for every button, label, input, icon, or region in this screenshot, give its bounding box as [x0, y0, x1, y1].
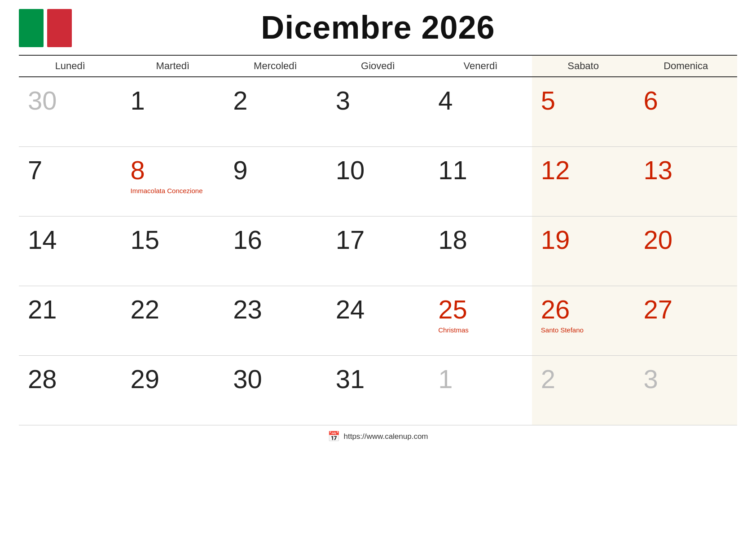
calendar-week-4: 2122232425Christmas26Santo Stefano27: [19, 286, 737, 355]
day-number: 23: [233, 295, 262, 324]
calendar-day: 16: [224, 216, 327, 286]
calendar-day: 8Immacolata Concezione: [122, 146, 224, 216]
calenup-icon: 📅: [328, 431, 340, 442]
weekday-header-sabato: Sabato: [532, 55, 635, 77]
day-number: 2: [233, 86, 247, 115]
calendar-day: 13: [634, 146, 737, 216]
day-number: 6: [643, 86, 658, 115]
weekday-header-domenica: Domenica: [634, 55, 737, 77]
calendar-day: 3: [327, 77, 430, 146]
calendar-footer: 📅 https://www.calenup.com: [19, 431, 737, 442]
day-number: 27: [643, 295, 672, 324]
day-number: 3: [336, 86, 350, 115]
day-number: 13: [643, 155, 672, 185]
calendar-wrapper: Dicembre 2026 LunedìMartedìMercoledìGiov…: [19, 9, 737, 442]
weekday-header-giovedì: Giovedì: [327, 55, 430, 77]
day-number: 8: [131, 155, 145, 185]
calendar-day: 5: [532, 77, 635, 146]
calendar-day: 26Santo Stefano: [532, 286, 635, 355]
calendar-day: 3: [634, 355, 737, 425]
calendar-day: 31: [327, 355, 430, 425]
day-number: 7: [28, 155, 42, 185]
calendar-day: 30: [19, 77, 122, 146]
calendar-day: 14: [19, 216, 122, 286]
calendar-day: 11: [429, 146, 532, 216]
day-number: 14: [28, 225, 57, 254]
weekday-header-mercoledì: Mercoledì: [224, 55, 327, 77]
day-number: 26: [541, 295, 570, 324]
calendar-day: 2: [224, 77, 327, 146]
flag-green-stripe: [19, 9, 44, 47]
day-number: 24: [336, 295, 365, 324]
day-number: 31: [336, 364, 365, 394]
holiday-label: Santo Stefano: [541, 326, 629, 334]
day-number: 21: [28, 295, 57, 324]
calendar-day: 27: [634, 286, 737, 355]
day-number: 10: [336, 155, 365, 185]
day-number: 3: [643, 364, 658, 394]
calendar-title: Dicembre 2026: [261, 9, 495, 46]
calendar-day: 23: [224, 286, 327, 355]
day-number: 1: [438, 364, 453, 394]
weekday-header-lunedì: Lunedì: [19, 55, 122, 77]
day-number: 19: [541, 225, 570, 254]
day-number: 22: [131, 295, 160, 324]
weekday-header-venerdì: Venerdì: [429, 55, 532, 77]
day-number: 2: [541, 364, 555, 394]
calendar-header: Dicembre 2026: [19, 9, 737, 50]
day-number: 30: [233, 364, 262, 394]
weekday-header-martedì: Martedì: [122, 55, 224, 77]
day-number: 16: [233, 225, 262, 254]
calendar-day: 7: [19, 146, 122, 216]
calendar-week-2: 78Immacolata Concezione910111213: [19, 146, 737, 216]
day-number: 11: [438, 155, 467, 185]
holiday-label: Immacolata Concezione: [131, 187, 219, 195]
calendar-day: 28: [19, 355, 122, 425]
calendar-day: 10: [327, 146, 430, 216]
day-number: 18: [438, 225, 467, 254]
calendar-day: 9: [224, 146, 327, 216]
calendar-day: 18: [429, 216, 532, 286]
calendar-day: 19: [532, 216, 635, 286]
day-number: 12: [541, 155, 570, 185]
day-number: 20: [643, 225, 672, 254]
calendar-day: 6: [634, 77, 737, 146]
calendar-day: 1: [429, 355, 532, 425]
calendar-day: 20: [634, 216, 737, 286]
calendar-day: 29: [122, 355, 224, 425]
calendar-day: 12: [532, 146, 635, 216]
footer-url: https://www.calenup.com: [343, 432, 428, 441]
day-number: 17: [336, 225, 365, 254]
calendar-week-5: 28293031123: [19, 355, 737, 425]
weekday-header-row: LunedìMartedìMercoledìGiovedìVenerdìSaba…: [19, 55, 737, 77]
calendar-day: 4: [429, 77, 532, 146]
calendar-table: LunedìMartedìMercoledìGiovedìVenerdìSaba…: [19, 55, 737, 425]
calendar-day: 1: [122, 77, 224, 146]
calendar-week-1: 30123456: [19, 77, 737, 146]
calendar-week-3: 14151617181920: [19, 216, 737, 286]
day-number: 25: [438, 295, 467, 324]
italian-flag: [19, 9, 72, 47]
calendar-day: 30: [224, 355, 327, 425]
day-number: 30: [28, 86, 57, 115]
flag-red-stripe: [47, 9, 72, 47]
day-number: 4: [438, 86, 453, 115]
day-number: 29: [131, 364, 160, 394]
day-number: 9: [233, 155, 247, 185]
calendar-day: 15: [122, 216, 224, 286]
calendar-day: 21: [19, 286, 122, 355]
calendar-day: 22: [122, 286, 224, 355]
day-number: 28: [28, 364, 57, 394]
day-number: 5: [541, 86, 555, 115]
holiday-label: Christmas: [438, 326, 527, 334]
calendar-day: 25Christmas: [429, 286, 532, 355]
calendar-day: 2: [532, 355, 635, 425]
calendar-day: 17: [327, 216, 430, 286]
calendar-day: 24: [327, 286, 430, 355]
day-number: 1: [131, 86, 145, 115]
day-number: 15: [131, 225, 160, 254]
